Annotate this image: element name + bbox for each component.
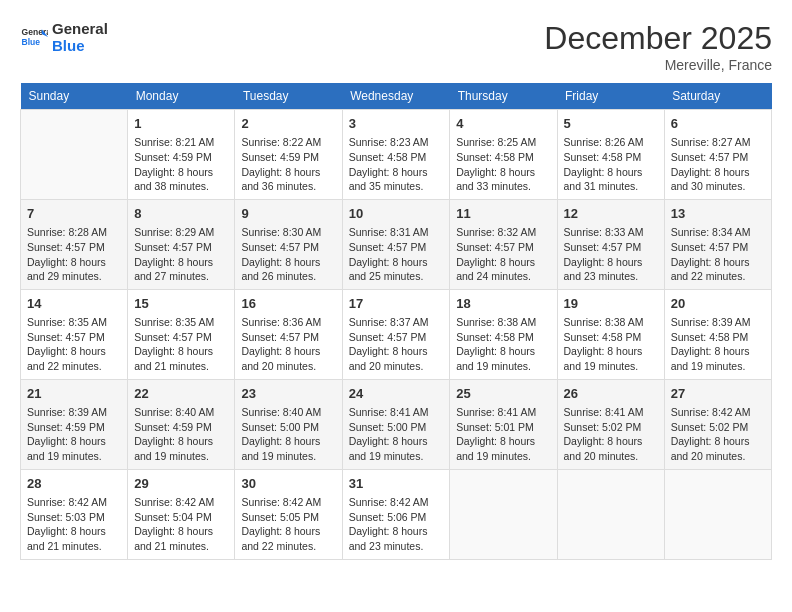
day-number: 20 <box>671 295 765 313</box>
day-number: 5 <box>564 115 658 133</box>
header-friday: Friday <box>557 83 664 110</box>
day-number: 22 <box>134 385 228 403</box>
day-info: Sunrise: 8:26 AM Sunset: 4:58 PM Dayligh… <box>564 135 658 194</box>
day-info: Sunrise: 8:41 AM Sunset: 5:01 PM Dayligh… <box>456 405 550 464</box>
day-number: 12 <box>564 205 658 223</box>
calendar-cell: 6Sunrise: 8:27 AM Sunset: 4:57 PM Daylig… <box>664 110 771 200</box>
day-number: 6 <box>671 115 765 133</box>
day-number: 28 <box>27 475 121 493</box>
day-info: Sunrise: 8:30 AM Sunset: 4:57 PM Dayligh… <box>241 225 335 284</box>
day-info: Sunrise: 8:22 AM Sunset: 4:59 PM Dayligh… <box>241 135 335 194</box>
calendar-cell: 24Sunrise: 8:41 AM Sunset: 5:00 PM Dayli… <box>342 379 450 469</box>
day-info: Sunrise: 8:28 AM Sunset: 4:57 PM Dayligh… <box>27 225 121 284</box>
calendar-week-row: 1Sunrise: 8:21 AM Sunset: 4:59 PM Daylig… <box>21 110 772 200</box>
page-header: General Blue General Blue December 2025 … <box>20 20 772 73</box>
day-info: Sunrise: 8:39 AM Sunset: 4:58 PM Dayligh… <box>671 315 765 374</box>
svg-text:Blue: Blue <box>22 37 41 47</box>
day-info: Sunrise: 8:42 AM Sunset: 5:03 PM Dayligh… <box>27 495 121 554</box>
day-info: Sunrise: 8:42 AM Sunset: 5:02 PM Dayligh… <box>671 405 765 464</box>
calendar-cell: 5Sunrise: 8:26 AM Sunset: 4:58 PM Daylig… <box>557 110 664 200</box>
calendar-cell: 7Sunrise: 8:28 AM Sunset: 4:57 PM Daylig… <box>21 199 128 289</box>
calendar-cell: 22Sunrise: 8:40 AM Sunset: 4:59 PM Dayli… <box>128 379 235 469</box>
day-info: Sunrise: 8:27 AM Sunset: 4:57 PM Dayligh… <box>671 135 765 194</box>
day-number: 8 <box>134 205 228 223</box>
location: Mereville, France <box>544 57 772 73</box>
day-info: Sunrise: 8:41 AM Sunset: 5:02 PM Dayligh… <box>564 405 658 464</box>
day-number: 14 <box>27 295 121 313</box>
day-info: Sunrise: 8:38 AM Sunset: 4:58 PM Dayligh… <box>564 315 658 374</box>
day-number: 21 <box>27 385 121 403</box>
day-info: Sunrise: 8:33 AM Sunset: 4:57 PM Dayligh… <box>564 225 658 284</box>
day-info: Sunrise: 8:41 AM Sunset: 5:00 PM Dayligh… <box>349 405 444 464</box>
day-number: 15 <box>134 295 228 313</box>
calendar-cell: 25Sunrise: 8:41 AM Sunset: 5:01 PM Dayli… <box>450 379 557 469</box>
header-sunday: Sunday <box>21 83 128 110</box>
calendar-cell <box>664 469 771 559</box>
day-number: 13 <box>671 205 765 223</box>
header-saturday: Saturday <box>664 83 771 110</box>
day-number: 27 <box>671 385 765 403</box>
calendar-cell: 19Sunrise: 8:38 AM Sunset: 4:58 PM Dayli… <box>557 289 664 379</box>
calendar-cell <box>557 469 664 559</box>
day-info: Sunrise: 8:38 AM Sunset: 4:58 PM Dayligh… <box>456 315 550 374</box>
calendar-table: SundayMondayTuesdayWednesdayThursdayFrid… <box>20 83 772 560</box>
day-info: Sunrise: 8:42 AM Sunset: 5:04 PM Dayligh… <box>134 495 228 554</box>
day-number: 24 <box>349 385 444 403</box>
day-number: 18 <box>456 295 550 313</box>
day-info: Sunrise: 8:29 AM Sunset: 4:57 PM Dayligh… <box>134 225 228 284</box>
day-info: Sunrise: 8:34 AM Sunset: 4:57 PM Dayligh… <box>671 225 765 284</box>
calendar-cell: 3Sunrise: 8:23 AM Sunset: 4:58 PM Daylig… <box>342 110 450 200</box>
calendar-cell: 9Sunrise: 8:30 AM Sunset: 4:57 PM Daylig… <box>235 199 342 289</box>
day-info: Sunrise: 8:21 AM Sunset: 4:59 PM Dayligh… <box>134 135 228 194</box>
day-number: 23 <box>241 385 335 403</box>
day-number: 25 <box>456 385 550 403</box>
calendar-cell: 28Sunrise: 8:42 AM Sunset: 5:03 PM Dayli… <box>21 469 128 559</box>
day-info: Sunrise: 8:40 AM Sunset: 4:59 PM Dayligh… <box>134 405 228 464</box>
calendar-cell: 2Sunrise: 8:22 AM Sunset: 4:59 PM Daylig… <box>235 110 342 200</box>
day-info: Sunrise: 8:37 AM Sunset: 4:57 PM Dayligh… <box>349 315 444 374</box>
day-info: Sunrise: 8:23 AM Sunset: 4:58 PM Dayligh… <box>349 135 444 194</box>
calendar-cell: 10Sunrise: 8:31 AM Sunset: 4:57 PM Dayli… <box>342 199 450 289</box>
calendar-cell: 21Sunrise: 8:39 AM Sunset: 4:59 PM Dayli… <box>21 379 128 469</box>
calendar-cell: 15Sunrise: 8:35 AM Sunset: 4:57 PM Dayli… <box>128 289 235 379</box>
header-monday: Monday <box>128 83 235 110</box>
calendar-cell: 8Sunrise: 8:29 AM Sunset: 4:57 PM Daylig… <box>128 199 235 289</box>
day-number: 9 <box>241 205 335 223</box>
day-number: 19 <box>564 295 658 313</box>
calendar-cell: 29Sunrise: 8:42 AM Sunset: 5:04 PM Dayli… <box>128 469 235 559</box>
calendar-cell: 17Sunrise: 8:37 AM Sunset: 4:57 PM Dayli… <box>342 289 450 379</box>
calendar-cell: 1Sunrise: 8:21 AM Sunset: 4:59 PM Daylig… <box>128 110 235 200</box>
logo-general: General <box>52 20 108 37</box>
calendar-week-row: 14Sunrise: 8:35 AM Sunset: 4:57 PM Dayli… <box>21 289 772 379</box>
day-number: 4 <box>456 115 550 133</box>
day-number: 31 <box>349 475 444 493</box>
day-number: 2 <box>241 115 335 133</box>
calendar-cell <box>450 469 557 559</box>
day-info: Sunrise: 8:40 AM Sunset: 5:00 PM Dayligh… <box>241 405 335 464</box>
calendar-cell: 14Sunrise: 8:35 AM Sunset: 4:57 PM Dayli… <box>21 289 128 379</box>
logo-blue: Blue <box>52 37 108 54</box>
day-number: 1 <box>134 115 228 133</box>
header-tuesday: Tuesday <box>235 83 342 110</box>
logo: General Blue General Blue <box>20 20 108 55</box>
calendar-week-row: 21Sunrise: 8:39 AM Sunset: 4:59 PM Dayli… <box>21 379 772 469</box>
day-number: 7 <box>27 205 121 223</box>
title-block: December 2025 Mereville, France <box>544 20 772 73</box>
day-number: 30 <box>241 475 335 493</box>
calendar-cell: 27Sunrise: 8:42 AM Sunset: 5:02 PM Dayli… <box>664 379 771 469</box>
month-title: December 2025 <box>544 20 772 57</box>
calendar-cell: 26Sunrise: 8:41 AM Sunset: 5:02 PM Dayli… <box>557 379 664 469</box>
calendar-cell: 4Sunrise: 8:25 AM Sunset: 4:58 PM Daylig… <box>450 110 557 200</box>
day-number: 3 <box>349 115 444 133</box>
day-number: 29 <box>134 475 228 493</box>
calendar-cell: 18Sunrise: 8:38 AM Sunset: 4:58 PM Dayli… <box>450 289 557 379</box>
day-info: Sunrise: 8:25 AM Sunset: 4:58 PM Dayligh… <box>456 135 550 194</box>
day-info: Sunrise: 8:35 AM Sunset: 4:57 PM Dayligh… <box>134 315 228 374</box>
calendar-cell: 31Sunrise: 8:42 AM Sunset: 5:06 PM Dayli… <box>342 469 450 559</box>
day-info: Sunrise: 8:39 AM Sunset: 4:59 PM Dayligh… <box>27 405 121 464</box>
day-info: Sunrise: 8:32 AM Sunset: 4:57 PM Dayligh… <box>456 225 550 284</box>
calendar-cell: 23Sunrise: 8:40 AM Sunset: 5:00 PM Dayli… <box>235 379 342 469</box>
calendar-cell: 12Sunrise: 8:33 AM Sunset: 4:57 PM Dayli… <box>557 199 664 289</box>
calendar-cell: 20Sunrise: 8:39 AM Sunset: 4:58 PM Dayli… <box>664 289 771 379</box>
logo-icon: General Blue <box>20 23 48 51</box>
